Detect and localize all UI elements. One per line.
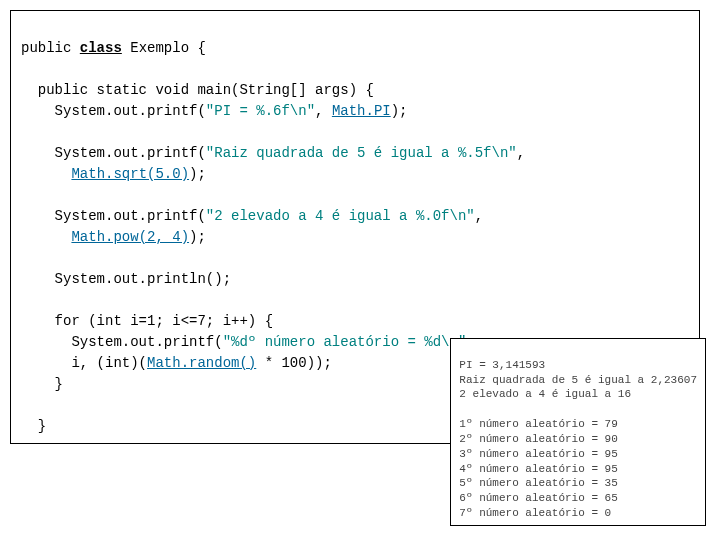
string-literal: "%dº número aleatório = %d\n" <box>223 334 467 350</box>
code-line: public class Exemplo { <box>21 40 206 56</box>
code-line: System.out.printf("2 elevado a 4 é igual… <box>21 208 483 224</box>
code-line <box>21 397 29 413</box>
code-line <box>21 292 29 308</box>
math-ref: Math.random() <box>147 355 256 371</box>
output-line: 2 elevado a 4 é igual a 16 <box>459 388 631 400</box>
code-line: } <box>21 376 63 392</box>
string-literal: "PI = %.6f\n" <box>206 103 315 119</box>
output-line: 1º número aleatório = 79 <box>459 418 617 430</box>
output-line: 5º número aleatório = 35 <box>459 477 617 489</box>
output-line: 3º número aleatório = 95 <box>459 448 617 460</box>
code-line <box>21 250 29 266</box>
output-line: 4º número aleatório = 95 <box>459 463 617 475</box>
code-line: System.out.println(); <box>21 271 231 287</box>
output-line: 2º número aleatório = 90 <box>459 433 617 445</box>
math-ref: Math.sqrt(5.0) <box>71 166 189 182</box>
code-line: public static void main(String[] args) { <box>21 82 374 98</box>
code-line: System.out.printf("Raiz quadrada de 5 é … <box>21 145 525 161</box>
keyword-class: class <box>80 40 122 56</box>
string-literal: "Raiz quadrada de 5 é igual a %.5f\n" <box>206 145 517 161</box>
code-line: Math.sqrt(5.0)); <box>21 166 206 182</box>
string-literal: "2 elevado a 4 é igual a %.0f\n" <box>206 208 475 224</box>
code-line: System.out.printf("%dº número aleatório … <box>21 334 475 350</box>
code-line <box>21 187 29 203</box>
output-line: 7º número aleatório = 0 <box>459 507 611 519</box>
program-output: PI = 3,141593 Raiz quadrada de 5 é igual… <box>450 338 706 526</box>
output-line: Raiz quadrada de 5 é igual a 2,23607 <box>459 374 697 386</box>
math-ref: Math.PI <box>332 103 391 119</box>
code-line <box>21 61 29 77</box>
code-line: i, (int)(Math.random() * 100)); <box>21 355 332 371</box>
output-line: 6º número aleatório = 65 <box>459 492 617 504</box>
math-ref: Math.pow(2, 4) <box>71 229 189 245</box>
code-line <box>21 124 29 140</box>
code-line: } <box>21 418 46 434</box>
code-line: Math.pow(2, 4)); <box>21 229 206 245</box>
output-line: PI = 3,141593 <box>459 359 545 371</box>
code-line: System.out.printf("PI = %.6f\n", Math.PI… <box>21 103 408 119</box>
code-line: for (int i=1; i<=7; i++) { <box>21 313 273 329</box>
